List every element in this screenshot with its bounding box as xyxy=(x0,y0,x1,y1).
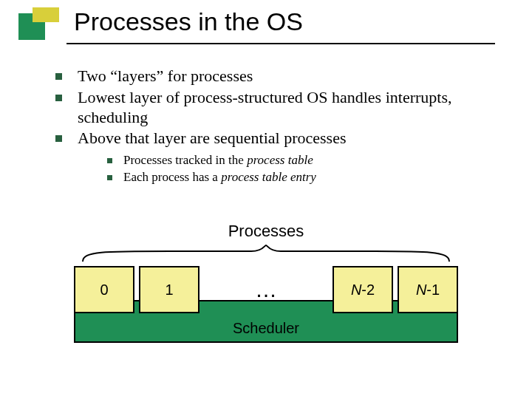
sub-bullet-text: Processes tracked in the xyxy=(123,153,247,167)
process-boxes-row: 0 1 … N-2 N-1 xyxy=(74,266,458,313)
slide-title: Processes in the OS xyxy=(74,7,303,36)
process-box-n-1: N-1 xyxy=(398,266,458,313)
curly-brace-icon xyxy=(81,244,451,263)
bullet-text: Lowest layer of process-structured OS ha… xyxy=(78,88,451,126)
sub-bullet-list: Processes tracked in the process table E… xyxy=(78,153,499,185)
sub-bullet-ital: process table entry xyxy=(221,170,316,184)
bullet-item: Lowest layer of process-structured OS ha… xyxy=(55,88,499,128)
process-box-label: 0 xyxy=(100,282,108,299)
scheduler-label: Scheduler xyxy=(233,320,299,337)
var-suffix: -1 xyxy=(426,282,440,298)
ellipsis-text: … xyxy=(255,277,277,302)
sub-bullet-text: Each process has a xyxy=(123,170,221,184)
process-box-label: N-2 xyxy=(351,282,375,299)
process-box-n-2: N-2 xyxy=(332,266,393,313)
sub-bullet-item: Each process has a process table entry xyxy=(107,170,499,185)
var-n: N xyxy=(416,282,426,298)
bullet-text: Two “layers” for processes xyxy=(78,66,253,85)
bullet-text: Above that layer are sequential processe… xyxy=(78,129,346,147)
process-box-label: 1 xyxy=(165,282,173,299)
bullet-item: Above that layer are sequential processe… xyxy=(55,129,499,185)
title-underline xyxy=(66,43,495,44)
slide: Processes in the OS Two “layers” for pro… xyxy=(0,0,532,399)
process-box-label: N-1 xyxy=(416,282,440,299)
process-layers-diagram: 0 1 … N-2 N-1 Scheduler xyxy=(74,266,458,343)
var-n: N xyxy=(351,282,361,298)
process-box-ellipsis: … xyxy=(200,266,332,313)
bullet-list: Two “layers” for processes Lowest layer … xyxy=(55,66,499,187)
sub-bullet-ital: process table xyxy=(247,153,313,167)
processes-group-label: Processes xyxy=(0,222,532,241)
process-box-0: 0 xyxy=(74,266,134,313)
sub-bullet-item: Processes tracked in the process table xyxy=(107,153,499,168)
bullet-item: Two “layers” for processes xyxy=(55,66,499,86)
accent-square-yellow xyxy=(33,7,59,22)
var-suffix: -2 xyxy=(361,282,375,298)
process-box-1: 1 xyxy=(139,266,200,313)
